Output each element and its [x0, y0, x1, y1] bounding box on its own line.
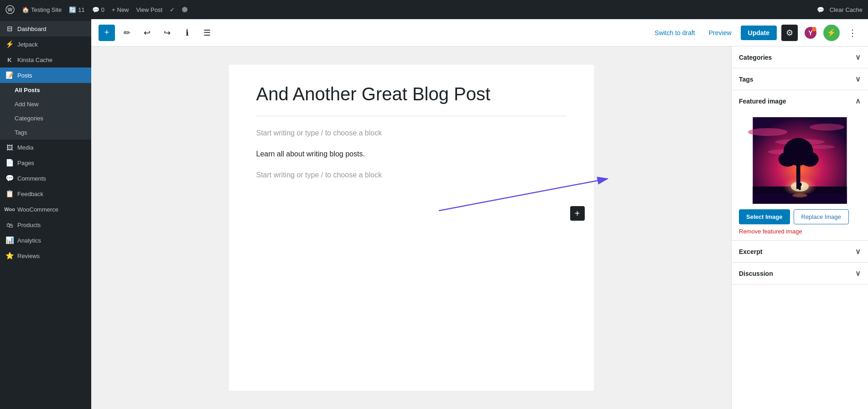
edit-button[interactable]: ✏ — [119, 25, 135, 41]
annotation-arrow — [439, 174, 621, 220]
excerpt-header[interactable]: Excerpt ∨ — [732, 241, 868, 262]
sidebar-item-tags[interactable]: Tags — [0, 125, 91, 140]
kinsta-icon: K — [5, 56, 14, 64]
info-button[interactable]: ℹ — [179, 25, 195, 41]
comments-count[interactable]: 💬 0 — [92, 6, 104, 13]
tags-header[interactable]: Tags ∨ — [732, 68, 868, 90]
undo-button[interactable]: ↩ — [139, 25, 155, 41]
view-post-link[interactable]: View Post — [136, 6, 163, 13]
more-options-button[interactable]: ⋮ — [844, 25, 861, 41]
performance-icon[interactable]: ⚡ — [823, 25, 840, 41]
posts-icon: 📝 — [5, 71, 14, 79]
sidebar-item-feedback[interactable]: 📋 Feedback — [0, 186, 91, 202]
updates-count[interactable]: 🔄 11 — [69, 6, 84, 13]
comments-icon: 💬 — [5, 174, 14, 182]
list-view-icon: ☰ — [203, 28, 211, 38]
categories-section: Categories ∨ — [732, 47, 868, 68]
pages-icon: 📄 — [5, 159, 14, 167]
chat-icon[interactable]: 💬 — [817, 6, 824, 13]
svg-point-4 — [812, 27, 816, 31]
post-inner: And Another Great Blog Post Start writin… — [229, 65, 594, 391]
update-button[interactable]: Update — [741, 26, 777, 40]
inline-add-block-button[interactable]: + — [570, 206, 585, 221]
info-icon: ℹ — [186, 28, 189, 38]
editor-content-area: And Another Great Blog Post Start writin… — [91, 47, 868, 409]
categories-header[interactable]: Categories ∨ — [732, 47, 868, 68]
add-block-button[interactable]: + — [99, 25, 115, 41]
featured-image-preview[interactable] — [739, 117, 861, 204]
post-title[interactable]: And Another Great Blog Post — [256, 83, 567, 105]
edit-icon: ✏ — [124, 28, 130, 38]
sidebar-item-pages[interactable]: 📄 Pages — [0, 155, 91, 171]
toolbar-right: Switch to draft Preview Update ⚙ Y ⚡ — [650, 25, 861, 41]
yoast-bar-icon[interactable]: ✓ — [170, 6, 175, 13]
discussion-chevron-icon: ∨ — [855, 269, 861, 278]
undo-icon: ↩ — [144, 28, 151, 38]
sidebar-item-jetpack[interactable]: ⚡ Jetpack — [0, 36, 91, 52]
clear-cache[interactable]: Clear Cache — [830, 6, 863, 13]
circle-status[interactable] — [182, 7, 187, 12]
products-icon: 🛍 — [5, 221, 14, 229]
sidebar-item-dashboard[interactable]: ⊟ Dashboard — [0, 21, 91, 36]
post-divider — [256, 116, 567, 116]
svg-point-8 — [748, 128, 788, 136]
sidebar-item-media[interactable]: 🖼 Media — [0, 140, 91, 155]
switch-to-draft-button[interactable]: Switch to draft — [650, 26, 700, 39]
dashboard-icon: ⊟ — [5, 25, 14, 33]
feedback-icon: 📋 — [5, 190, 14, 198]
admin-bar: W 🏠 Testing Site 🔄 11 💬 0 + New View Pos… — [0, 0, 868, 19]
jetpack-icon: ⚡ — [5, 40, 14, 48]
redo-button[interactable]: ↪ — [159, 25, 175, 41]
block-placeholder-2[interactable]: Start writing or type / to choose a bloc… — [256, 169, 567, 181]
sidebar-item-add-new[interactable]: Add New — [0, 97, 91, 111]
replace-image-button[interactable]: Replace Image — [794, 209, 849, 224]
featured-image-content: Select Image Replace Image Remove featur… — [732, 112, 868, 240]
discussion-section: Discussion ∨ — [732, 263, 868, 285]
reviews-icon: ⭐ — [5, 252, 14, 260]
sidebar-item-woocommerce[interactable]: Woo WooCommerce — [0, 202, 91, 217]
svg-point-9 — [810, 124, 844, 130]
preview-button[interactable]: Preview — [704, 26, 736, 39]
svg-point-20 — [798, 182, 802, 186]
sidebar: ⊟ Dashboard ⚡ Jetpack K Kinsta Cache 📝 P… — [0, 19, 91, 409]
posts-submenu: All Posts Add New Categories Tags — [0, 83, 91, 140]
gear-icon: ⚙ — [786, 28, 793, 38]
sidebar-item-posts[interactable]: 📝 Posts — [0, 67, 91, 83]
svg-point-19 — [801, 152, 819, 167]
plus-icon: + — [575, 208, 580, 219]
excerpt-chevron-icon: ∨ — [855, 247, 861, 256]
sidebar-item-comments[interactable]: 💬 Comments — [0, 171, 91, 186]
settings-button[interactable]: ⚙ — [781, 25, 798, 41]
svg-point-23 — [792, 193, 807, 197]
featured-image-chevron-icon: ∧ — [855, 97, 861, 105]
block-placeholder-1[interactable]: Start writing or type / to choose a bloc… — [256, 127, 567, 139]
sidebar-item-all-posts[interactable]: All Posts — [0, 83, 91, 97]
remove-featured-image-link[interactable]: Remove featured image — [739, 228, 861, 235]
redo-icon: ↪ — [164, 28, 171, 38]
discussion-header[interactable]: Discussion ∨ — [732, 263, 868, 284]
select-image-button[interactable]: Select Image — [739, 209, 790, 224]
sidebar-item-reviews[interactable]: ⭐ Reviews — [0, 248, 91, 264]
wp-logo[interactable]: W — [5, 5, 15, 14]
sidebar-item-kinsta[interactable]: K Kinsta Cache — [0, 52, 91, 67]
analytics-icon: 📊 — [5, 236, 14, 244]
site-name[interactable]: 🏠 Testing Site — [22, 6, 62, 13]
categories-chevron-icon: ∨ — [855, 53, 861, 62]
list-view-button[interactable]: ☰ — [199, 25, 215, 41]
sidebar-item-products[interactable]: 🛍 Products — [0, 217, 91, 233]
vertical-dots-icon: ⋮ — [848, 27, 857, 38]
sidebar-item-categories[interactable]: Categories — [0, 111, 91, 125]
admin-bar-right: 💬 Clear Cache — [817, 6, 863, 13]
yoast-icon[interactable]: Y — [802, 25, 819, 41]
tags-section: Tags ∨ — [732, 68, 868, 90]
media-icon: 🖼 — [5, 143, 14, 151]
post-content-scroll[interactable]: And Another Great Blog Post Start writin… — [91, 47, 731, 409]
editor-toolbar: + ✏ ↩ ↪ ℹ ☰ Switch to draft Preview Upda… — [91, 19, 868, 47]
new-menu[interactable]: + New — [112, 6, 129, 13]
post-paragraph[interactable]: Learn all about writing blog posts. — [256, 148, 567, 160]
sidebar-item-analytics[interactable]: 📊 Analytics — [0, 233, 91, 248]
woocommerce-icon: Woo — [5, 205, 14, 213]
svg-point-12 — [810, 145, 834, 149]
featured-image-header[interactable]: Featured image ∧ — [732, 90, 868, 112]
right-panel: Categories ∨ Tags ∨ Featured image ∧ — [731, 47, 868, 409]
